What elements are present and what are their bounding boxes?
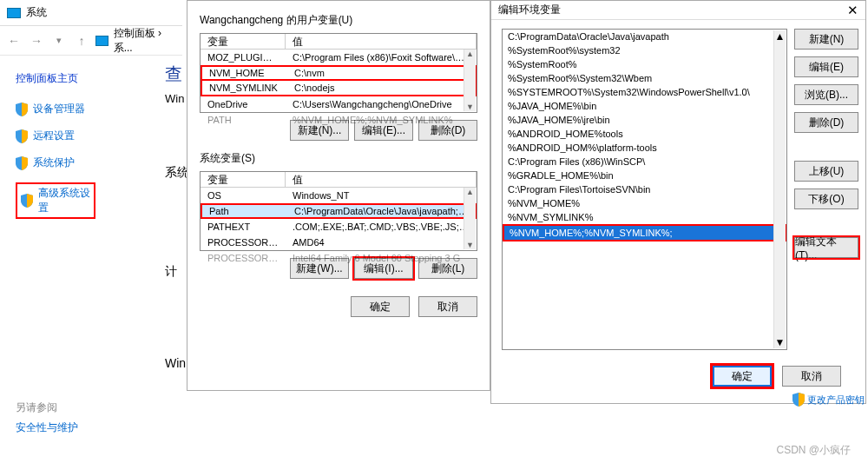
system-vars-group-label: 系统变量(S) — [200, 151, 477, 166]
scroll-down-icon[interactable]: ▼ — [775, 336, 786, 348]
shield-icon — [16, 103, 28, 116]
sidebar-item-remote[interactable]: 远程设置 — [16, 129, 174, 143]
scroll-up-icon[interactable]: ▲ — [466, 188, 474, 196]
dialog-titlebar: 编辑环境变量 ✕ — [491, 1, 865, 20]
path-delete-button[interactable]: 删除(D) — [794, 112, 858, 133]
scroll-down-icon[interactable]: ▼ — [466, 241, 474, 249]
list-item[interactable]: %SystemRoot%\system32 — [503, 43, 786, 57]
system-vars-list[interactable]: 变量 值 OSWindows_NT PathC:\ProgramData\Ora… — [200, 171, 477, 251]
scroll-up-icon[interactable]: ▲ — [775, 30, 786, 43]
sidebar-item-advanced[interactable]: 高级系统设置 — [16, 182, 95, 219]
control-panel-home-link[interactable]: 控制面板主页 — [16, 71, 174, 86]
path-ok-button[interactable]: 确定 — [713, 366, 772, 387]
list-item[interactable]: %JAVA_HOME%\bin — [503, 99, 786, 113]
list-item[interactable]: C:\Program Files (x86)\WinSCP\ — [503, 155, 786, 169]
back-icon[interactable]: ← — [5, 31, 23, 50]
shield-icon — [16, 129, 28, 143]
cancel-button[interactable]: 取消 — [418, 296, 477, 317]
scrollbar[interactable]: ▲▼ — [464, 188, 476, 249]
shield-icon — [792, 393, 805, 407]
sidebar-item-label: 系统保护 — [33, 155, 75, 170]
table-row[interactable]: PATHEXT.COM;.EXE;.BAT;.CMD;.VBS;.VBE;.JS… — [201, 219, 477, 235]
table-row[interactable]: PathC:\ProgramData\Oracle\Java\javapath;… — [201, 203, 477, 219]
path-new-button[interactable]: 新建(N) — [794, 29, 858, 50]
edit-path-dialog: 编辑环境变量 ✕ C:\ProgramData\Oracle\Java\java… — [490, 0, 866, 404]
list-item[interactable]: %SystemRoot% — [503, 57, 786, 71]
see-also-label: 另请参阅 — [16, 400, 78, 415]
system-sidebar: 控制面板主页 设备管理器 远程设置 系统保护 高级系统设置 — [0, 56, 182, 219]
scrollbar[interactable]: ▲▼ — [773, 30, 786, 348]
forward-icon[interactable]: → — [28, 31, 45, 50]
partial-text: 系统 — [165, 165, 189, 181]
sidebar-item-label: 高级系统设置 — [38, 186, 90, 215]
path-cancel-button[interactable]: 取消 — [782, 366, 841, 387]
recent-icon[interactable]: ▾ — [50, 31, 68, 50]
list-item[interactable]: %JAVA_HOME%\jre\bin — [503, 113, 786, 127]
path-moveup-button[interactable]: 上移(U) — [794, 161, 858, 182]
user-vars-list[interactable]: 变量 值 MOZ_PLUGIN_PA...C:\Program Files (x… — [200, 33, 477, 113]
system-titlebar: 系统 — [0, 0, 182, 26]
list-header: 变量 值 — [201, 172, 477, 188]
table-row[interactable]: PATH%NVM_HOME%;%NVM_SYMLINK% — [201, 112, 477, 128]
table-row[interactable]: PROCESSOR_IDEIntel64 Family 6 Model 60 S… — [201, 250, 477, 266]
table-row[interactable]: NVM_SYMLINKC:\nodejs — [201, 81, 477, 96]
path-edit-button[interactable]: 编辑(E) — [794, 56, 858, 77]
breadcrumb[interactable]: 控制面板 › 系... — [114, 26, 177, 56]
partial-text: 查 — [165, 63, 182, 86]
header-value: 值 — [286, 34, 477, 49]
list-item[interactable]: %ANDROID_HOM%\platform-tools — [503, 141, 786, 155]
scrollbar[interactable]: ▲▼ — [464, 50, 476, 111]
partial-text: Win — [165, 356, 186, 370]
highlighted-item-wrap: %NVM_HOME%;%NVM_SYMLINK%; — [503, 224, 786, 241]
list-item[interactable]: C:\Program Files\TortoiseSVN\bin — [503, 182, 786, 196]
shield-icon — [16, 156, 28, 170]
list-item[interactable]: %SystemRoot%\System32\Wbem — [503, 71, 786, 85]
dialog-title: 编辑环境变量 — [498, 3, 561, 17]
table-row[interactable]: MOZ_PLUGIN_PA...C:\Program Files (x86)\F… — [201, 50, 477, 65]
sidebar-item-label: 远程设置 — [33, 129, 75, 143]
ok-button[interactable]: 确定 — [351, 296, 410, 317]
table-row[interactable]: OSWindows_NT — [201, 188, 477, 203]
header-value: 值 — [286, 172, 477, 187]
nav-bar: ← → ▾ ↑ 控制面板 › 系... — [0, 26, 182, 56]
system-window: 系统 ← → ▾ ↑ 控制面板 › 系... 控制面板主页 设备管理器 远程设置… — [0, 0, 182, 463]
list-item[interactable]: %ANDROID_HOME%tools — [503, 127, 786, 141]
header-variable: 变量 — [201, 34, 286, 49]
env-vars-dialog: Wangchangcheng 的用户变量(U) 变量 值 MOZ_PLUGIN_… — [187, 0, 490, 391]
path-buttons: 新建(N) 编辑(E) 浏览(B)... 删除(D) 上移(U) 下移(O) 编… — [794, 29, 858, 350]
system-icon — [7, 8, 21, 18]
list-item[interactable]: C:\ProgramData\Oracle\Java\javapath — [503, 30, 786, 43]
path-edittext-button[interactable]: 编辑文本(T)... — [794, 237, 858, 258]
sidebar-item-label: 设备管理器 — [33, 102, 85, 116]
path-list[interactable]: C:\ProgramData\Oracle\Java\javapath %Sys… — [502, 29, 787, 350]
list-item[interactable]: %GRADLE_HOME%\bin — [503, 169, 786, 182]
sidebar-item-device-manager[interactable]: 设备管理器 — [16, 102, 174, 116]
table-row[interactable]: OneDriveC:\Users\Wangchangcheng\OneDrive — [201, 96, 477, 112]
user-vars-group-label: Wangchangcheng 的用户变量(U) — [200, 13, 477, 28]
change-product-key-link[interactable]: 更改产品密钥 — [792, 393, 865, 407]
watermark: CSDN @小疯仔 — [776, 443, 851, 458]
path-movedown-button[interactable]: 下移(O) — [794, 189, 858, 209]
list-item[interactable]: %NVM_SYMLINK% — [503, 210, 786, 224]
scroll-up-icon[interactable]: ▲ — [466, 50, 474, 58]
partial-text: 计 — [165, 264, 177, 280]
monitor-icon — [95, 36, 108, 46]
system-title: 系统 — [26, 5, 47, 20]
path-browse-button[interactable]: 浏览(B)... — [794, 84, 858, 105]
list-item[interactable]: %NVM_HOME% — [503, 196, 786, 210]
close-icon[interactable]: ✕ — [847, 3, 858, 18]
scroll-down-icon[interactable]: ▼ — [466, 103, 474, 111]
up-icon[interactable]: ↑ — [73, 31, 90, 50]
header-variable: 变量 — [201, 172, 286, 187]
table-row[interactable]: NVM_HOMEC:\nvm — [201, 65, 477, 81]
see-also-security-link[interactable]: 安全性与维护 — [16, 420, 78, 435]
list-item[interactable]: %SYSTEMROOT%\System32\WindowsPowerShell\… — [503, 85, 786, 99]
shield-icon — [21, 194, 33, 208]
table-row[interactable]: PROCESSOR_AR...AMD64 — [201, 235, 477, 250]
see-also: 另请参阅 安全性与维护 — [16, 395, 78, 440]
list-header: 变量 值 — [201, 34, 477, 50]
partial-text: Win — [165, 92, 184, 105]
list-item-selected[interactable]: %NVM_HOME%;%NVM_SYMLINK%; — [504, 226, 785, 240]
sidebar-item-protection[interactable]: 系统保护 — [16, 155, 174, 170]
